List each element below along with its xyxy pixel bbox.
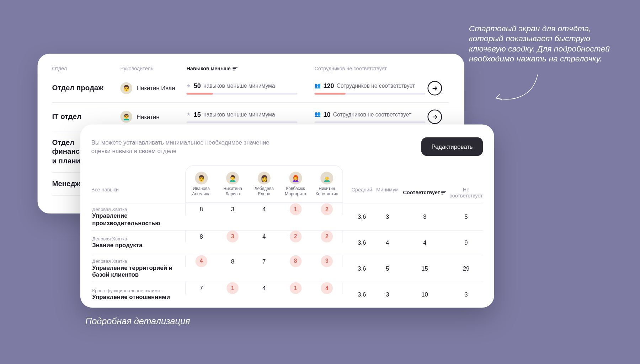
low-score-badge: 3 xyxy=(227,230,239,243)
person-header[interactable]: 👨 ИвановаАнгелина xyxy=(186,172,217,196)
skill-row: Деловая Хватка Знание продукта 83422 3,6… xyxy=(91,230,483,255)
skills-label: навыков меньше минимума xyxy=(203,111,275,118)
header-skills-label: Навыков меньше xyxy=(186,66,230,72)
low-score-badge: 2 xyxy=(321,230,333,243)
manager-cell: 👨‍🦱Никитин xyxy=(120,111,186,123)
match-value: 10 xyxy=(400,291,449,298)
score-cell: 2 xyxy=(280,230,311,243)
employees-label: Сотрудников не соответствует xyxy=(337,82,415,89)
avg-value: 3,6 xyxy=(349,213,375,220)
skills-count: 50 xyxy=(194,82,201,89)
match-value: 4 xyxy=(400,239,449,246)
skill-category: Деловая Хватка xyxy=(92,259,182,264)
people-icon: 👥 xyxy=(314,83,321,89)
score-cell: 1 xyxy=(280,203,311,215)
person-header[interactable]: 👨‍🦳 НикитинКонстантин xyxy=(311,172,342,196)
score-cell: 1 xyxy=(217,282,248,294)
employees-bar xyxy=(314,93,425,94)
person-name: НикитинКонстантин xyxy=(316,186,338,196)
person-name: ИвановаАнгелина xyxy=(192,186,210,196)
nomatch-value: 29 xyxy=(449,265,483,272)
skills-metric: ★ 15 навыков меньше минимума xyxy=(186,110,314,123)
avg-value: 3,6 xyxy=(349,265,375,272)
detail-card: Вы можете устанавливать минимальное необ… xyxy=(80,124,494,308)
people-box: 👨 ИвановаАнгелина👨‍🦱 НикитинаЛариса👩 Леб… xyxy=(185,165,343,203)
skill-row: Деловая Хватка Управление производительн… xyxy=(91,203,483,230)
skill-row: Кросс-функциональное взаимо… Управление … xyxy=(91,282,483,306)
manager-cell: 👨Никитин Иван xyxy=(120,82,186,94)
score-cell: 7 xyxy=(186,285,217,292)
header-match[interactable]: Соответствует xyxy=(400,187,449,199)
skills-bar xyxy=(186,121,297,123)
skill-name: Управление производительностью xyxy=(92,212,182,227)
score-cell: 4 xyxy=(311,282,342,294)
header-min: Минимум xyxy=(375,187,400,199)
nomatch-value: 3 xyxy=(449,291,483,298)
low-score-badge: 3 xyxy=(321,255,333,267)
sort-icon xyxy=(233,66,238,71)
employees-count: 120 xyxy=(324,82,334,89)
dept-name: Отдел продаж xyxy=(52,84,120,93)
low-score-badge: 2 xyxy=(321,203,333,215)
low-score-badge: 1 xyxy=(289,203,302,215)
manager-name: Никитин xyxy=(137,113,160,120)
skill-name: Знание продукта xyxy=(92,242,182,249)
skills-count: 15 xyxy=(194,110,201,118)
skill-category: Деловая Хватка xyxy=(92,207,182,212)
match-value: 3 xyxy=(400,213,449,220)
avatar: 👨‍🦳 xyxy=(320,172,333,185)
header-dept: Отдел xyxy=(52,66,120,72)
min-value: 3 xyxy=(375,213,400,220)
score-cell: 4 xyxy=(249,285,280,292)
annotation-top: Стартовый экран для отчёта, который пока… xyxy=(469,23,616,64)
min-value: 3 xyxy=(375,291,400,298)
skills-metric: ★ 50 навыков меньше минимума xyxy=(186,82,314,94)
low-score-badge: 1 xyxy=(289,282,302,294)
match-value: 15 xyxy=(400,265,449,272)
score-cell: 4 xyxy=(186,255,217,267)
low-score-badge: 2 xyxy=(289,230,302,243)
score-cell: 4 xyxy=(249,233,280,240)
score-cell: 2 xyxy=(311,203,342,215)
person-name: КовбасюкМаргарита xyxy=(285,186,306,196)
person-header[interactable]: 👩‍🦰 КовбасюкМаргарита xyxy=(280,172,311,196)
person-header[interactable]: 👨‍🦱 НикитинаЛариса xyxy=(217,172,248,196)
low-score-badge: 1 xyxy=(227,282,239,294)
avg-value: 3,6 xyxy=(349,291,375,298)
sort-icon xyxy=(441,190,446,195)
people-icon: 👥 xyxy=(314,111,321,117)
detail-intro: Вы можете устанавливать минимальное необ… xyxy=(91,138,271,155)
manager-name: Никитин Иван xyxy=(137,85,175,92)
skills-header: Все навыки xyxy=(91,187,185,197)
summary-row: Отдел продаж 👨Никитин Иван ★ 50 навыков … xyxy=(52,74,449,103)
star-icon: ★ xyxy=(186,83,191,89)
score-cell: 1 xyxy=(280,282,311,294)
person-name: ЛебедеваЕлена xyxy=(255,186,274,196)
employees-bar xyxy=(314,121,425,123)
header-avg: Средний xyxy=(349,187,375,199)
skills-label: навыков меньше минимума xyxy=(203,82,275,89)
score-cell: 3 xyxy=(311,255,342,267)
expand-button[interactable] xyxy=(427,109,442,124)
header-match-label: Соответствует xyxy=(403,190,440,196)
avatar: 👨‍🦱 xyxy=(226,172,239,185)
skill-category: Деловая Хватка xyxy=(92,236,182,241)
low-score-badge: 4 xyxy=(195,255,207,267)
dept-name: IT отдел xyxy=(52,112,120,121)
skill-row: Деловая Хватка Управление территорией и … xyxy=(91,255,483,282)
min-value: 4 xyxy=(375,239,400,246)
person-header[interactable]: 👩 ЛебедеваЕлена xyxy=(249,172,280,196)
person-name: НикитинаЛариса xyxy=(223,186,242,196)
score-cell: 8 xyxy=(217,258,248,265)
header-employees: Сотрудников не соответствует xyxy=(314,66,427,72)
skills-bar xyxy=(186,93,297,94)
avatar: 👩 xyxy=(258,172,271,185)
score-cell: 4 xyxy=(249,206,280,213)
score-cell: 8 xyxy=(186,206,217,213)
avatar: 👨‍🦱 xyxy=(120,111,132,123)
edit-button[interactable]: Редактировать xyxy=(421,137,483,156)
expand-button[interactable] xyxy=(427,81,442,96)
score-cell: 3 xyxy=(217,206,248,213)
skill-category: Кросс-функциональное взаимо… xyxy=(92,288,182,293)
header-skills[interactable]: Навыков меньше xyxy=(186,66,314,72)
